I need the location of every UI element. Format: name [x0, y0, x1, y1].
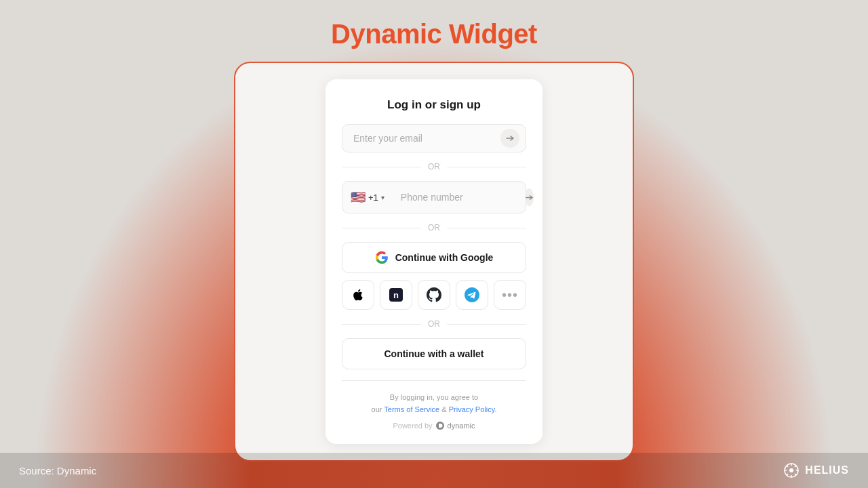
or-line-left-2 [342, 228, 421, 228]
terms-of-service-link[interactable]: Terms of Service [384, 405, 439, 413]
email-input[interactable] [342, 124, 526, 152]
more-dots-icon: ••• [502, 287, 518, 303]
or-label-3: OR [428, 319, 440, 329]
phone-input[interactable] [401, 192, 519, 203]
telegram-icon [465, 287, 479, 302]
google-icon [375, 251, 389, 264]
svg-point-2 [789, 468, 793, 472]
flag-emoji: 🇺🇸 [351, 190, 366, 205]
dynamic-brand-name: dynamic [448, 422, 475, 430]
github-signin-button[interactable] [418, 280, 450, 310]
powered-label: Powered by [393, 422, 432, 430]
or-label-1: OR [428, 162, 440, 171]
or-divider-2: OR [342, 223, 526, 232]
notifi-icon: n [389, 288, 403, 302]
or-divider-3: OR [342, 319, 526, 329]
apple-icon [351, 288, 365, 302]
svg-line-10 [787, 474, 788, 475]
apple-signin-button[interactable] [342, 280, 374, 310]
google-btn-label: Continue with Google [395, 252, 494, 263]
privacy-policy-link[interactable]: Privacy Policy [449, 405, 495, 413]
svg-line-9 [795, 466, 796, 467]
source-label: Source: Dynamic [19, 465, 96, 476]
or-line-right [447, 167, 526, 167]
social-icons-row: n ••• [342, 280, 526, 310]
or-line-right-2 [447, 228, 526, 228]
email-input-wrap [342, 124, 526, 152]
svg-line-8 [795, 474, 796, 475]
helius-brand-name: HELIUS [805, 464, 849, 476]
helius-logo: HELIUS [783, 462, 849, 479]
login-modal: Log in or sign up OR 🇺🇸 +1 ▾ [326, 79, 542, 444]
footer-period: . [494, 405, 496, 413]
modal-footer: By logging in, you agree to our Terms of… [342, 380, 526, 430]
email-submit-button[interactable] [500, 129, 519, 148]
powered-by-row: Powered by dynamic [342, 421, 526, 430]
modal-heading: Log in or sign up [342, 98, 526, 112]
dynamic-logo-icon [435, 421, 445, 430]
wallet-signin-button[interactable]: Continue with a wallet [342, 338, 526, 369]
or-label-2: OR [428, 223, 440, 232]
or-line-right-3 [447, 324, 526, 325]
country-code: +1 [368, 192, 378, 203]
google-signin-button[interactable]: Continue with Google [342, 242, 526, 273]
phone-submit-button[interactable] [525, 188, 534, 206]
bottom-bar: Source: Dynamic HELIUS [0, 453, 868, 488]
footer-agreement-text: By logging in, you agree to our Terms of… [342, 392, 526, 415]
github-icon [427, 287, 441, 302]
outer-card: Log in or sign up OR 🇺🇸 +1 ▾ [234, 62, 634, 462]
page-title: Dynamic Widget [0, 0, 868, 49]
footer-amp-sym: & [441, 405, 446, 413]
or-line-left-3 [342, 324, 421, 325]
wallet-btn-label: Continue with a wallet [384, 348, 484, 359]
arrow-right-icon-phone [525, 193, 534, 202]
telegram-signin-button[interactable] [456, 280, 488, 310]
helius-logo-icon [783, 462, 800, 479]
or-line-left [342, 167, 421, 167]
chevron-down-icon: ▾ [381, 194, 384, 201]
svg-line-7 [787, 466, 788, 467]
arrow-right-icon [505, 134, 515, 143]
or-divider-1: OR [342, 162, 526, 171]
footer-text-1: By logging in, you agree to [390, 393, 478, 401]
footer-text-2: our [372, 405, 382, 413]
more-options-button[interactable]: ••• [494, 280, 526, 310]
country-selector[interactable]: 🇺🇸 +1 ▾ [351, 190, 384, 205]
notifi-signin-button[interactable]: n [380, 280, 412, 310]
dynamic-logo: dynamic [435, 421, 475, 430]
phone-input-row: 🇺🇸 +1 ▾ [342, 181, 526, 214]
